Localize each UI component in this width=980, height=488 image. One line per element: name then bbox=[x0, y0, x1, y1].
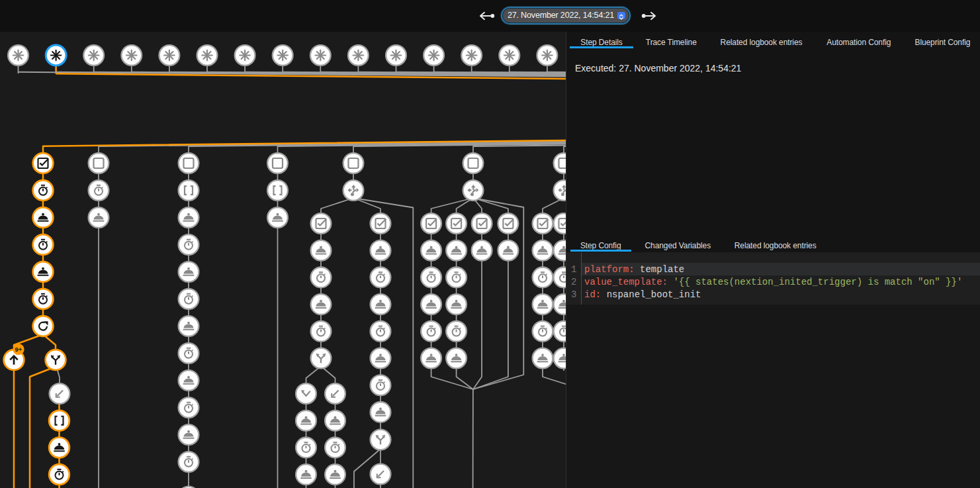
svg-text:9+: 9+ bbox=[15, 346, 22, 353]
